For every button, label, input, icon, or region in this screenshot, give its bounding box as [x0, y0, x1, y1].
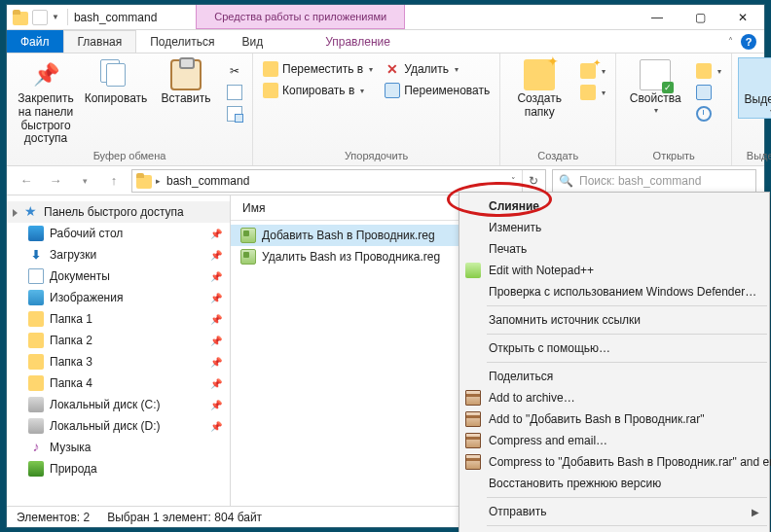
folder-icon [28, 333, 44, 348]
back-button[interactable]: ← [15, 169, 38, 193]
ribbon-tabs: Файл Главная Поделиться Вид Управление ˄… [7, 30, 764, 53]
sidebar-drive-d[interactable]: Локальный диск (D:)📌 [7, 415, 230, 437]
menu-add-archive[interactable]: Add to archive… [459, 387, 769, 408]
recent-dropdown[interactable]: ▾ [73, 169, 96, 193]
menu-add-rar[interactable]: Add to "Добавить Bash в Проводник.rar" [459, 408, 769, 430]
minimize-button[interactable]: — [636, 5, 679, 29]
sidebar-nature[interactable]: Природа [7, 458, 230, 479]
delete-icon: ✕ [385, 61, 400, 77]
folder-icon [28, 375, 44, 391]
menu-restore-version[interactable]: Восстановить прежнюю версию [459, 473, 769, 494]
menu-open-with[interactable]: Открыть с помощью… [459, 337, 769, 359]
easy-access-button[interactable]: ▾ [576, 83, 609, 102]
context-menu: Слияние Изменить Печать Edit with Notepa… [459, 192, 770, 532]
sidebar-quick-access[interactable]: ★Панель быстрого доступа [7, 201, 230, 223]
history-button[interactable] [692, 104, 725, 124]
menu-defender[interactable]: Проверка с использованием Windows Defend… [459, 281, 769, 302]
sidebar-folder-3[interactable]: Папка 3📌 [7, 351, 230, 372]
select-button[interactable]: Выделить ▾ [738, 57, 771, 119]
sidebar: ★Панель быстрого доступа Рабочий стол📌 ⬇… [7, 195, 231, 506]
address-dropdown-icon[interactable]: ˅ [507, 176, 520, 186]
open-button[interactable]: ▾ [692, 61, 725, 81]
menu-edit[interactable]: Изменить [459, 217, 769, 238]
copy-path-button[interactable] [223, 83, 246, 102]
tab-file[interactable]: Файл [7, 30, 63, 53]
maximize-button[interactable]: ▢ [679, 5, 721, 29]
file-name: Удалить Bash из Проводника.reg [262, 250, 440, 264]
menu-compress-email[interactable]: Compress and email… [459, 430, 769, 451]
forward-button[interactable]: → [44, 169, 67, 193]
sidebar-drive-c[interactable]: Локальный диск (C:)📌 [7, 394, 230, 415]
status-selection: Выбран 1 элемент: 804 байт [107, 511, 262, 524]
pin-quickaccess-button[interactable]: 📌 Закрепить на панели быстрого доступа [13, 57, 79, 148]
folder-icon [28, 311, 44, 327]
pin-label: Закрепить на панели быстрого доступа [17, 92, 75, 146]
address-segment[interactable]: bash_command [163, 174, 253, 188]
delete-button[interactable]: ✕Удалить▾ [381, 59, 494, 79]
cut-button[interactable]: ✂ [223, 61, 246, 81]
history-icon [696, 106, 712, 122]
tab-view[interactable]: Вид [228, 30, 276, 53]
menu-compress-email-to[interactable]: Compress to "Добавить Bash в Проводник.r… [459, 451, 769, 473]
new-folder-icon [524, 59, 555, 90]
winrar-icon [465, 454, 481, 470]
menu-merge[interactable]: Слияние [459, 195, 769, 217]
sidebar-music[interactable]: ♪Музыка [7, 437, 230, 458]
copy-to-button[interactable]: Копировать в▾ [259, 81, 377, 100]
up-button[interactable]: ↑ [102, 169, 126, 193]
sidebar-folder-2[interactable]: Папка 2📌 [7, 330, 230, 351]
ribbon-collapse-icon[interactable]: ˄ [728, 36, 733, 47]
pin-icon: 📌 [30, 59, 61, 90]
qat-dropdown-icon[interactable]: ▼ [52, 13, 59, 21]
submenu-arrow-icon: ▶ [752, 507, 759, 517]
paste-label: Вставить [162, 92, 211, 106]
paste-button[interactable]: Вставить [153, 57, 219, 108]
sidebar-folder-1[interactable]: Папка 1📌 [7, 308, 230, 330]
menu-remember-source[interactable]: Запомнить источник ссылки [459, 309, 769, 331]
sidebar-desktop[interactable]: Рабочий стол📌 [7, 223, 230, 244]
group-organize-label: Упорядочить [259, 148, 494, 165]
new-item-icon [580, 63, 596, 79]
content: Имя Добавить Bash в Проводник.reg Удалит… [231, 195, 764, 506]
edit-button[interactable] [692, 83, 725, 102]
winrar-icon [465, 433, 481, 448]
close-button[interactable]: ✕ [721, 5, 764, 29]
sidebar-documents[interactable]: Документы📌 [7, 266, 230, 287]
new-item-button[interactable]: ▾ [576, 61, 609, 81]
pin-icon: 📌 [210, 378, 222, 389]
rename-button[interactable]: Переименовать [381, 81, 494, 100]
search-input[interactable]: 🔍 Поиск: bash_command [552, 169, 756, 193]
tab-share[interactable]: Поделиться [136, 30, 228, 53]
pin-icon: 📌 [210, 357, 222, 368]
tab-manage[interactable]: Управление [312, 30, 404, 53]
menu-print[interactable]: Печать [459, 238, 769, 260]
qat-placeholder[interactable] [32, 10, 48, 25]
new-folder-label: Создать папку [517, 92, 562, 120]
copy-path-icon [227, 85, 242, 100]
pin-icon: 📌 [210, 293, 222, 303]
properties-button[interactable]: Свойства ▾ [622, 57, 688, 117]
reg-file-icon [240, 249, 256, 265]
chevron-down-icon: ▾ [654, 106, 658, 115]
explorer-window: ▼ bash_command Средства работы с приложе… [6, 4, 765, 528]
move-to-button[interactable]: Переместить в▾ [259, 59, 377, 79]
menu-notepadpp[interactable]: Edit with Notepad++ [459, 260, 769, 281]
sidebar-folder-4[interactable]: Папка 4📌 [7, 372, 230, 394]
copy-button[interactable]: Копировать [83, 57, 149, 108]
documents-icon [28, 268, 44, 284]
tab-home[interactable]: Главная [63, 30, 137, 53]
winrar-icon [465, 411, 481, 427]
new-folder-button[interactable]: Создать папку [506, 57, 572, 122]
sidebar-pictures[interactable]: Изображения📌 [7, 287, 230, 308]
refresh-button[interactable]: ↻ [522, 170, 543, 192]
copy-icon [100, 59, 131, 90]
sidebar-downloads[interactable]: ⬇Загрузки📌 [7, 244, 230, 266]
help-icon[interactable]: ? [741, 34, 756, 50]
paste-shortcut-button[interactable] [223, 104, 246, 124]
menu-share[interactable]: Поделиться [459, 366, 769, 387]
pin-icon: 📌 [210, 271, 222, 282]
address-bar[interactable]: ▸ bash_command ˅ ↻ [131, 169, 546, 193]
menu-send[interactable]: Отправить▶ [459, 501, 769, 522]
search-placeholder: Поиск: bash_command [579, 174, 701, 188]
pictures-icon [28, 290, 44, 305]
